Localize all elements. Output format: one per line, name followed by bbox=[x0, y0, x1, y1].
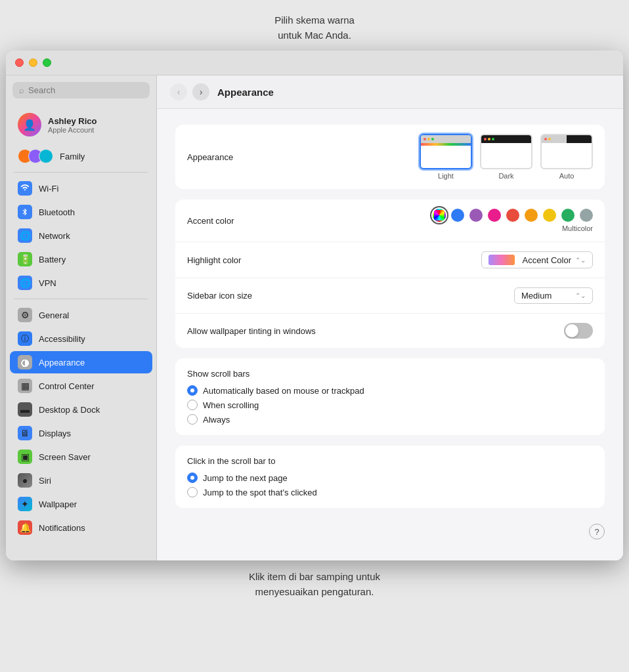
sidebar-item-appearance[interactable]: ◑ Appearance bbox=[10, 351, 152, 373]
accent-color-label: Accent color bbox=[187, 216, 292, 226]
detail-title: Appearance bbox=[217, 87, 274, 98]
sidebar-item-network[interactable]: 🌐 Network bbox=[10, 224, 152, 247]
sidebar-item-label-displays: Displays bbox=[39, 429, 71, 438]
user-name: Ashley Rico bbox=[48, 116, 97, 126]
accent-dot-green[interactable] bbox=[561, 209, 575, 222]
radio-inner-auto bbox=[190, 388, 194, 392]
detail-header: ‹ › Appearance bbox=[157, 75, 623, 109]
sidebar-icon-size-row: Sidebar icon size Medium ⌃⌄ bbox=[175, 278, 605, 314]
detail-body: Appearance bbox=[157, 109, 623, 560]
sidebar-item-displays[interactable]: 🖥 Displays bbox=[10, 422, 152, 444]
highlight-color-dropdown[interactable]: Accent Color ⌃⌄ bbox=[481, 251, 593, 268]
sidebar-item-accessibility[interactable]: ⓘ Accessibility bbox=[10, 327, 152, 350]
sidebar-item-label-vpn: VPN bbox=[39, 278, 56, 288]
avatar: 👤 bbox=[18, 113, 41, 136]
appearance-control: Light bbox=[303, 134, 593, 180]
wallpaper-tinting-row: Allow wallpaper tinting in windows bbox=[175, 314, 605, 348]
battery-icon: 🔋 bbox=[18, 252, 32, 266]
highlight-color-control: Accent Color ⌃⌄ bbox=[303, 251, 593, 268]
network-icon: 🌐 bbox=[18, 228, 32, 243]
sidebar-item-general[interactable]: ⚙ General bbox=[10, 304, 152, 326]
help-button[interactable]: ? bbox=[589, 524, 605, 539]
sidebar-item-label-siri: Siri bbox=[39, 476, 51, 486]
detail-panel: ‹ › Appearance Appearance bbox=[157, 75, 623, 560]
click-scroll-option-clicked-spot[interactable]: Jump to the spot that's clicked bbox=[187, 487, 593, 497]
sidebar-item-user[interactable]: 👤 Ashley Rico Apple Account bbox=[10, 108, 152, 142]
sidebar-item-screen-saver[interactable]: ▣ Screen Saver bbox=[10, 446, 152, 468]
back-button[interactable]: ‹ bbox=[170, 83, 187, 100]
sidebar-item-siri[interactable]: ● Siri bbox=[10, 469, 152, 492]
user-subtitle: Apple Account bbox=[48, 126, 97, 134]
accent-dot-purple[interactable] bbox=[469, 209, 483, 222]
sidebar-item-bluetooth[interactable]: Bluetooth bbox=[10, 201, 152, 223]
sidebar-icon-size-control: Medium ⌃⌄ bbox=[303, 287, 593, 304]
radio-circle-clicked-spot bbox=[187, 487, 198, 497]
accent-dot-yellow[interactable] bbox=[543, 209, 556, 222]
appearance-option-auto[interactable]: Auto bbox=[540, 134, 593, 180]
forward-icon: › bbox=[200, 87, 203, 97]
sidebar-item-wifi[interactable]: Wi-Fi bbox=[10, 177, 152, 200]
color-section: Accent color bbox=[175, 200, 605, 348]
appearance-option-light[interactable]: Light bbox=[420, 134, 472, 180]
accent-dot-multicolor[interactable] bbox=[433, 209, 446, 222]
search-bar[interactable]: ⌕ bbox=[12, 82, 150, 98]
accent-dot-orange[interactable] bbox=[525, 209, 538, 222]
appearance-icon: ◑ bbox=[18, 355, 32, 369]
sidebar-item-control-center[interactable]: ▦ Control Center bbox=[10, 375, 152, 397]
accent-dot-pink[interactable] bbox=[488, 209, 501, 222]
scroll-bars-option-scrolling[interactable]: When scrolling bbox=[187, 400, 593, 410]
accent-color-row: Accent color bbox=[175, 200, 605, 242]
click-scroll-option-clicked-spot-label: Jump to the spot that's clicked bbox=[203, 488, 317, 497]
sidebar-icon-size-value: Medium bbox=[521, 291, 552, 301]
wallpaper-tinting-control bbox=[326, 323, 593, 339]
chevron-up-down-icon: ⌃⌄ bbox=[575, 257, 586, 264]
sidebar-item-notifications[interactable]: 🔔 Notifications bbox=[10, 516, 152, 539]
sidebar-item-wallpaper[interactable]: ✦ Wallpaper bbox=[10, 493, 152, 515]
sidebar-item-label-bluetooth: Bluetooth bbox=[39, 207, 75, 217]
sidebar-item-label-general: General bbox=[39, 310, 69, 320]
appearance-thumb-dark bbox=[480, 134, 532, 169]
app-window: ⌕ 👤 Ashley Rico Apple Account Family bbox=[6, 51, 623, 560]
sidebar-item-label-accessibility: Accessibility bbox=[39, 334, 85, 344]
minimize-button[interactable] bbox=[29, 58, 37, 67]
click-scroll-bar-group: Jump to the next page Jump to the spot t… bbox=[187, 472, 593, 497]
screen-saver-icon: ▣ bbox=[18, 450, 32, 464]
radio-circle-always bbox=[187, 414, 198, 425]
accent-dots bbox=[433, 209, 593, 222]
highlight-color-value: Accent Color bbox=[523, 255, 571, 265]
scroll-bars-option-auto-label: Automatically based on mouse or trackpad bbox=[203, 386, 364, 396]
sidebar-icon-size-dropdown[interactable]: Medium ⌃⌄ bbox=[514, 287, 593, 304]
wallpaper-tinting-toggle[interactable] bbox=[564, 323, 593, 339]
search-input[interactable] bbox=[28, 85, 143, 95]
appearance-thumb-light bbox=[420, 134, 472, 169]
wallpaper-icon: ✦ bbox=[18, 497, 32, 511]
accent-dot-blue[interactable] bbox=[451, 209, 464, 222]
scroll-bars-option-auto[interactable]: Automatically based on mouse or trackpad bbox=[187, 385, 593, 396]
notifications-icon: 🔔 bbox=[18, 520, 32, 535]
appearance-label: Appearance bbox=[187, 152, 292, 162]
accent-dot-graphite[interactable] bbox=[580, 209, 593, 222]
family-avatars bbox=[18, 149, 53, 163]
scroll-bars-option-scrolling-label: When scrolling bbox=[203, 400, 259, 410]
sidebar-divider-2 bbox=[14, 299, 148, 299]
highlight-color-preview bbox=[488, 255, 515, 265]
sidebar-item-label-battery: Battery bbox=[39, 255, 66, 264]
sidebar-icon-size-label: Sidebar icon size bbox=[187, 291, 292, 301]
click-scroll-bar-title: Click in the scroll bar to bbox=[187, 456, 593, 466]
close-button[interactable] bbox=[15, 58, 24, 67]
scroll-bars-option-always[interactable]: Always bbox=[187, 414, 593, 425]
sidebar-item-battery[interactable]: 🔋 Battery bbox=[10, 248, 152, 270]
highlight-color-label: Highlight color bbox=[187, 255, 292, 265]
appearance-option-dark[interactable]: Dark bbox=[480, 134, 532, 180]
appearance-options: Light bbox=[420, 134, 593, 180]
click-scroll-option-next-page[interactable]: Jump to the next page bbox=[187, 472, 593, 483]
maximize-button[interactable] bbox=[43, 58, 51, 67]
forward-button[interactable]: › bbox=[192, 83, 209, 100]
sidebar-item-vpn[interactable]: 🌐 VPN bbox=[10, 272, 152, 294]
accent-dot-red[interactable] bbox=[506, 209, 519, 222]
help-area: ? bbox=[175, 518, 605, 545]
appearance-option-light-label: Light bbox=[438, 172, 454, 180]
sidebar-item-family[interactable]: Family bbox=[10, 145, 152, 167]
sidebar-item-desktop-dock[interactable]: ▬ Desktop & Dock bbox=[10, 398, 152, 421]
desktop-dock-icon: ▬ bbox=[18, 402, 32, 417]
